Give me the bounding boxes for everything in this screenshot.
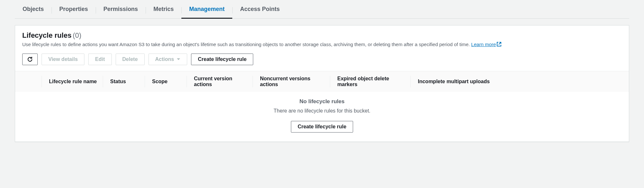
tab-management[interactable]: Management: [181, 6, 232, 18]
delete-button[interactable]: Delete: [116, 54, 145, 65]
tab-label: Objects: [23, 6, 44, 12]
tab-label: Access Points: [240, 6, 280, 12]
column-header-status: Status: [103, 76, 145, 87]
edit-button[interactable]: Edit: [88, 54, 111, 65]
learn-more-link[interactable]: Learn more: [471, 42, 502, 47]
column-header-expired-delete-markers: Expired object delete markers: [330, 76, 410, 87]
tab-label: Permissions: [103, 6, 138, 12]
column-select: [22, 76, 42, 87]
tab-label: Management: [189, 6, 225, 12]
actions-label: Actions: [155, 56, 174, 62]
column-header-scope: Scope: [145, 76, 187, 87]
refresh-button[interactable]: [22, 54, 38, 65]
empty-create-lifecycle-rule-button[interactable]: Create lifecycle rule: [291, 121, 353, 133]
tab-properties[interactable]: Properties: [52, 6, 96, 18]
panel-description: Use lifecycle rules to define actions yo…: [22, 42, 622, 48]
toolbar: View details Edit Delete Actions Create …: [15, 52, 629, 71]
column-header-noncurrent-versions-actions: Noncurrent versions actions: [253, 76, 330, 87]
empty-state: No lifecycle rules There are no lifecycl…: [15, 92, 629, 142]
actions-dropdown[interactable]: Actions: [149, 54, 187, 65]
tab-permissions[interactable]: Permissions: [96, 6, 146, 18]
external-link-icon: [496, 42, 502, 48]
column-header-current-version-actions: Current version actions: [187, 76, 253, 87]
lifecycle-rules-panel: Lifecycle rules (0) Use lifecycle rules …: [15, 25, 629, 142]
chevron-down-icon: [177, 58, 180, 61]
tab-metrics[interactable]: Metrics: [146, 6, 181, 18]
create-lifecycle-rule-button[interactable]: Create lifecycle rule: [191, 54, 253, 65]
view-details-button[interactable]: View details: [42, 54, 84, 65]
learn-more-label: Learn more: [471, 42, 496, 47]
table-header-row: Lifecycle rule name Status Scope Current…: [15, 71, 629, 92]
empty-subtitle: There are no lifecycle rules for this bu…: [15, 108, 629, 114]
tab-access-points[interactable]: Access Points: [232, 6, 287, 18]
column-header-incomplete-multipart-uploads: Incomplete multipart uploads: [410, 76, 622, 87]
tab-label: Properties: [59, 6, 88, 12]
panel-count: (0): [73, 31, 82, 39]
tab-bar: Objects Properties Permissions Metrics M…: [15, 0, 629, 19]
lifecycle-rules-table: Lifecycle rule name Status Scope Current…: [15, 71, 629, 142]
panel-title: Lifecycle rules: [22, 31, 72, 39]
tab-objects[interactable]: Objects: [15, 6, 52, 18]
tab-label: Metrics: [153, 6, 174, 12]
panel-description-text: Use lifecycle rules to define actions yo…: [22, 42, 470, 47]
column-header-name: Lifecycle rule name: [42, 76, 103, 87]
refresh-icon: [27, 56, 33, 62]
empty-title: No lifecycle rules: [15, 98, 629, 105]
